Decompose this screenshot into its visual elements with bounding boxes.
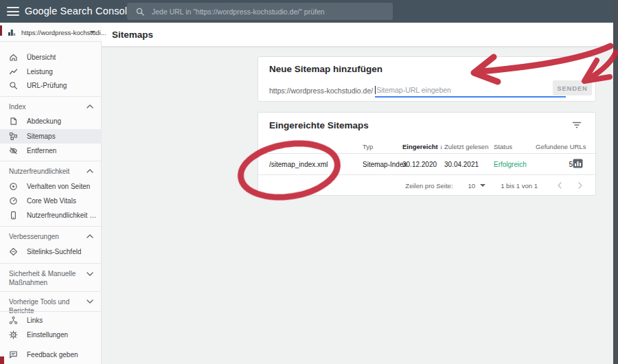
- submitted-sitemaps-card: Eingereichte Sitemaps Typ Eingereicht ↓ …: [258, 112, 596, 196]
- sidebar-item-label: Abdeckung: [27, 117, 61, 125]
- sidebar-item-einstellungen[interactable]: Einstellungen: [0, 328, 102, 342]
- column-gefundene-urls[interactable]: Gefundene URLs: [536, 143, 586, 150]
- sidebar-item-verhalten-von-seiten[interactable]: Verhalten von Seiten: [0, 179, 102, 194]
- sitemap-icon: [9, 132, 18, 141]
- sitemap-url-row: https://wordpress-kochstudio.de/ Sitemap…: [269, 82, 586, 98]
- pagination-bar: Zeilen pro Seite: 10 1 bis 1 von 1: [258, 175, 597, 196]
- sidebar-item-label: Leistung: [27, 68, 53, 76]
- sidebar-item-leistung[interactable]: Leistung: [0, 65, 102, 79]
- chevron-down-icon[interactable]: [480, 184, 485, 187]
- page-scrollbar[interactable]: [613, 0, 618, 364]
- sidebar: https://wordpress-kochstudi... Übersicht…: [0, 23, 102, 364]
- column-eingereicht-sorted[interactable]: Eingereicht ↓: [402, 143, 443, 150]
- sidebar-item-label: Links: [27, 317, 43, 324]
- page-experience-icon: [9, 182, 18, 191]
- search-icon: [136, 8, 144, 16]
- page-title: Sitemaps: [112, 30, 153, 40]
- sidebar-item-links[interactable]: Links: [0, 313, 102, 328]
- app-logo-google: Google: [25, 5, 57, 16]
- app-logo: Google Search Console: [25, 0, 133, 23]
- home-icon: [9, 53, 18, 62]
- chevron-down-icon: [90, 31, 95, 34]
- filter-icon[interactable]: [572, 122, 582, 128]
- rows-per-page-value[interactable]: 10: [468, 182, 476, 190]
- sidebar-item-label: Nutzerfreundlichkeit auf Mobil...: [27, 212, 98, 219]
- section-header-verbesserungen[interactable]: Verbesserungen: [0, 229, 102, 243]
- sidebar-item-mobile-usability[interactable]: Nutzerfreundlichkeit auf Mobil...: [0, 208, 102, 223]
- feedback-icon: [9, 350, 18, 359]
- hamburger-menu-icon[interactable]: [7, 7, 19, 16]
- sidebar-item-sitemaps[interactable]: Sitemaps: [0, 129, 102, 144]
- sidebar-item-label: Sitelinks-Suchfeld: [27, 248, 81, 255]
- property-icon: [8, 28, 16, 36]
- performance-icon: [9, 67, 18, 76]
- property-selector[interactable]: https://wordpress-kochstudi...: [0, 23, 102, 42]
- column-status[interactable]: Status: [494, 143, 512, 150]
- section-header-sicherheit-manuelle-massnahmen[interactable]: Sicherheit & Manuelle Maßnahmen: [0, 266, 102, 288]
- gear-icon: [9, 330, 18, 339]
- sidebar-item-label: Core Web Vitals: [27, 197, 76, 205]
- chevron-up-icon: [87, 169, 93, 173]
- speedometer-icon: [9, 196, 18, 205]
- divider: [0, 311, 102, 312]
- url-inspection-search-input[interactable]: Jede URL in "https://wordpress-kochstudi…: [127, 3, 393, 20]
- senden-button[interactable]: SENDEN: [553, 80, 592, 95]
- sidebar-item-label: Verhalten von Seiten: [27, 183, 90, 190]
- chevron-up-icon: [87, 234, 93, 238]
- sidebar-item-url-pruefung[interactable]: URL-Prüfung: [0, 78, 102, 93]
- screen-edge-artifact: [0, 356, 4, 364]
- submitted-sitemaps-title: Eingereichte Sitemaps: [269, 120, 369, 130]
- sitemap-path[interactable]: /sitemap_index.xml: [269, 161, 328, 168]
- magnifier-icon: [9, 81, 18, 90]
- sidebar-item-entfernen[interactable]: Entfernen: [0, 144, 102, 158]
- chevron-down-icon: [87, 299, 93, 304]
- table-row[interactable]: /sitemap_index.xml Sitemap-Index 30.12.2…: [258, 154, 597, 175]
- sitemap-eingereicht: 30.12.2020: [402, 161, 437, 168]
- sidebar-item-sitelinks-suchfeld[interactable]: Sitelinks-Suchfeld: [0, 244, 102, 259]
- section-label: Index: [9, 102, 25, 111]
- next-page-button[interactable]: [573, 179, 587, 192]
- top-app-bar: Google Search Console Jede URL in "https…: [0, 0, 618, 23]
- chevron-up-icon: [87, 104, 93, 109]
- divider: [0, 96, 102, 97]
- add-sitemap-card: Neue Sitemap hinzufügen https://wordpres…: [258, 56, 596, 102]
- add-sitemap-title: Neue Sitemap hinzufügen: [269, 64, 382, 74]
- section-label: Sicherheit & Manuelle Maßnahmen: [9, 269, 78, 287]
- screen-edge-artifact: [0, 25, 2, 36]
- table-header-row: Typ Eingereicht ↓ Zuletzt gelesen Status…: [258, 139, 597, 154]
- chevron-down-icon: [87, 272, 93, 276]
- sidebar-item-core-web-vitals[interactable]: Core Web Vitals: [0, 194, 102, 208]
- section-header-nutzerfreundlichkeit[interactable]: Nutzerfreundlichkeit: [0, 164, 102, 178]
- sidebar-item-label: Entfernen: [27, 147, 56, 155]
- coverage-icon: [9, 117, 18, 126]
- divider: [0, 263, 102, 264]
- sitemap-url-placeholder: Sitemap-URL eingeben: [376, 86, 451, 94]
- column-zuletzt-gelesen[interactable]: Zuletzt gelesen: [444, 143, 488, 150]
- sidebar-item-feedback[interactable]: Feedback geben: [0, 348, 102, 362]
- mobile-phone-icon: [9, 211, 18, 220]
- sitemap-url-count: 5: [553, 161, 573, 168]
- sidebar-item-label: Übersicht: [27, 54, 56, 61]
- sitemap-url-prefix: https://wordpress-kochstudio.de/: [269, 87, 373, 98]
- sidebar-item-uebersicht[interactable]: Übersicht: [0, 50, 102, 65]
- column-typ[interactable]: Typ: [363, 143, 373, 150]
- app-logo-rest: Search Console: [57, 5, 133, 16]
- sidebar-item-label: Sitemaps: [27, 133, 56, 140]
- section-label: Nutzerfreundlichkeit: [9, 167, 69, 176]
- sitemap-url-input[interactable]: Sitemap-URL eingeben: [375, 86, 566, 98]
- rows-per-page-label: Zeilen pro Seite:: [405, 182, 453, 190]
- page-header: Sitemaps: [102, 23, 618, 47]
- pagination-range: 1 bis 1 von 1: [501, 182, 538, 190]
- divider: [0, 226, 102, 227]
- section-label: Verbesserungen: [9, 232, 59, 241]
- sitelinks-icon: [9, 247, 18, 256]
- view-report-chart-icon[interactable]: [573, 159, 583, 168]
- section-header-index[interactable]: Index: [0, 100, 102, 113]
- remove-eye-off-icon: [9, 146, 18, 155]
- sidebar-item-abdeckung[interactable]: Abdeckung: [0, 114, 102, 128]
- google-search-console-app: Google Search Console Jede URL in "https…: [0, 0, 618, 364]
- previous-page-button[interactable]: [553, 179, 566, 192]
- sidebar-item-label: Feedback geben: [27, 351, 78, 359]
- section-header-vorherige-tools[interactable]: Vorherige Tools und Berichte: [0, 295, 102, 308]
- sitemap-typ: Sitemap-Index: [363, 161, 407, 168]
